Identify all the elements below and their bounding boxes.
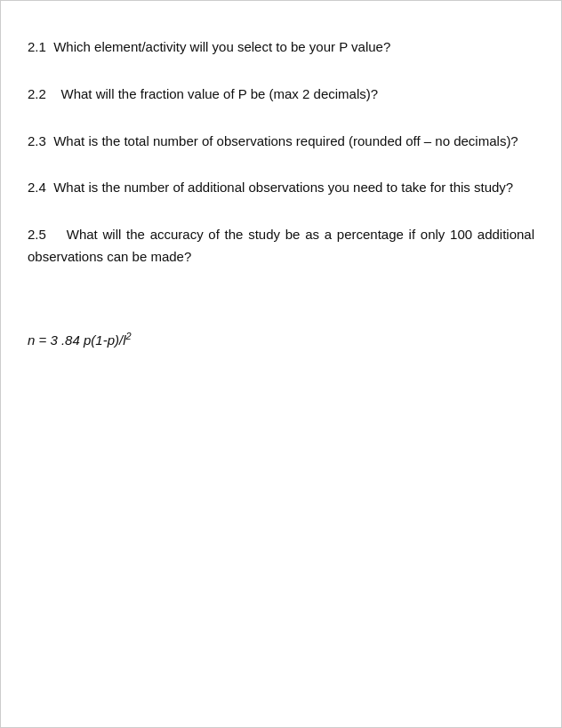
question-2-3: 2.3 What is the total number of observat… bbox=[28, 131, 534, 153]
question-2-3-number: 2.3 bbox=[28, 133, 46, 148]
formula-exponent: 2 bbox=[125, 331, 131, 341]
question-2-1-text: 2.1 Which element/activity will you sele… bbox=[28, 36, 534, 59]
formula-text: n = 3 .84 p(1-p)/l2 bbox=[28, 331, 534, 348]
question-2-2-number: 2.2 bbox=[28, 86, 46, 101]
page-container: 2.1 Which element/activity will you sele… bbox=[0, 0, 562, 728]
question-2-4-body: What is the number of additional observa… bbox=[53, 180, 513, 195]
question-2-4-number: 2.4 bbox=[28, 180, 46, 195]
question-2-3-text: 2.3 What is the total number of observat… bbox=[28, 131, 534, 153]
question-2-5: 2.5 What will the accuracy of the study … bbox=[28, 224, 534, 268]
question-2-2-body: What will the fraction value of P be (ma… bbox=[61, 86, 379, 101]
question-2-2-text: 2.2 What will the fraction value of P be… bbox=[28, 84, 534, 106]
question-2-4-text: 2.4 What is the number of additional obs… bbox=[28, 177, 534, 199]
question-2-5-number: 2.5 bbox=[28, 227, 46, 242]
formula-section: n = 3 .84 p(1-p)/l2 bbox=[28, 322, 534, 348]
question-2-2: 2.2 What will the fraction value of P be… bbox=[28, 84, 534, 106]
question-2-5-text: 2.5 What will the accuracy of the study … bbox=[28, 224, 534, 268]
question-2-1: 2.1 Which element/activity will you sele… bbox=[28, 36, 534, 59]
question-2-4: 2.4 What is the number of additional obs… bbox=[28, 177, 534, 199]
formula-label: n = 3 .84 p(1-p)/l bbox=[28, 332, 125, 348]
question-2-1-number: 2.1 bbox=[28, 39, 46, 54]
question-2-3-body: What is the total number of observations… bbox=[53, 133, 518, 148]
question-2-1-body: Which element/activity will you select t… bbox=[53, 39, 390, 54]
question-2-5-body: What will the accuracy of the study be a… bbox=[28, 227, 534, 264]
